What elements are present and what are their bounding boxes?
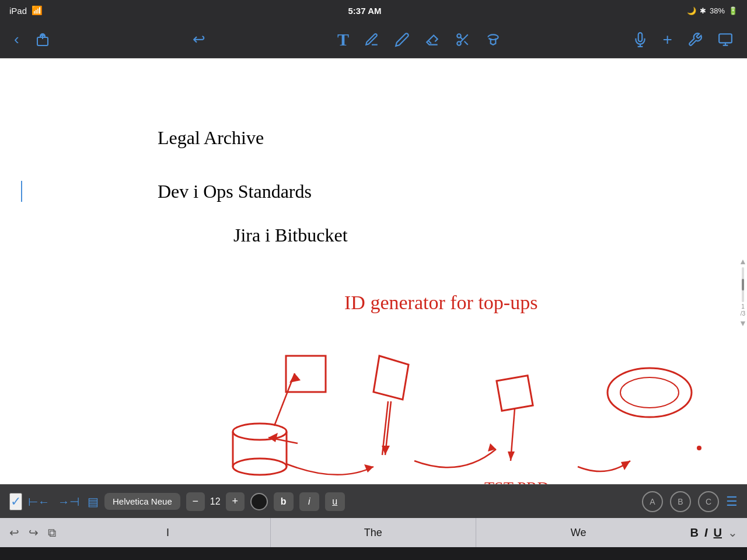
autocomplete-bar: ↩ ↪ ⧉ I The We B I U ⌄: [0, 518, 747, 547]
svg-rect-6: [286, 356, 326, 392]
handwritten-text-3: Jira i Bitbucket: [233, 225, 348, 246]
italic-button[interactable]: i: [299, 492, 319, 511]
font-size-decrease[interactable]: −: [186, 492, 205, 511]
list-icon: ☰: [726, 494, 738, 509]
handwritten-text-1: Legal Archive: [158, 127, 264, 149]
svg-marker-13: [268, 433, 278, 442]
circle-c-button[interactable]: C: [698, 491, 719, 512]
format-bar: ✓ ⊢← →⊣ ▤ Helvetica Neue − 12 + b i u A …: [0, 484, 747, 518]
font-size-group: − 12 +: [186, 492, 245, 511]
display-button[interactable]: [715, 30, 735, 50]
autocomplete-actions: ↩ ↪ ⧉: [0, 526, 65, 540]
undo-action-button[interactable]: ↩: [9, 526, 19, 540]
scissors-tool-button[interactable]: [453, 30, 473, 50]
share-button[interactable]: [33, 30, 52, 49]
svg-rect-7: [497, 376, 533, 411]
italic-format-button[interactable]: I: [704, 526, 708, 540]
font-selector[interactable]: Helvetica Neue: [104, 493, 180, 510]
svg-marker-15: [382, 446, 390, 455]
mic-button[interactable]: [630, 30, 650, 50]
svg-rect-5: [719, 34, 732, 43]
svg-point-2: [457, 41, 461, 46]
device-label: iPad: [9, 6, 27, 16]
font-size-increase[interactable]: +: [226, 492, 245, 511]
add-button[interactable]: +: [661, 28, 675, 51]
redo-action-button[interactable]: ↪: [29, 526, 39, 540]
status-bar: iPad 📶 5:37 AM 🌙 ✱ 38% 🔋: [0, 0, 747, 21]
autocomplete-formatting: B I U ⌄: [681, 526, 747, 540]
scroll-page-indicator: 1/3: [741, 303, 745, 317]
underline-format-button[interactable]: U: [714, 526, 722, 540]
scroll-up-arrow[interactable]: ▲: [739, 257, 747, 266]
svg-point-11: [233, 459, 287, 475]
toolbar: ‹ ↩ T: [0, 21, 747, 58]
undo-button[interactable]: ↩: [190, 28, 208, 51]
scroll-down-arrow[interactable]: ▼: [739, 318, 747, 328]
autocomplete-word-2[interactable]: The: [271, 518, 476, 547]
back-button[interactable]: ‹: [12, 28, 22, 51]
moon-icon: 🌙: [687, 6, 696, 15]
handwritten-text-4: ID generator for top-ups: [344, 292, 537, 314]
circle-b-button[interactable]: B: [670, 491, 691, 512]
color-picker[interactable]: [250, 493, 268, 510]
svg-point-1: [457, 34, 461, 38]
svg-point-19: [697, 446, 701, 450]
scroll-indicator[interactable]: ▲ 1/3 ▼: [739, 257, 747, 328]
svg-marker-16: [488, 443, 496, 452]
svg-point-8: [608, 368, 692, 417]
handwritten-text-2: Dev i Ops Standards: [158, 181, 312, 202]
status-left: iPad 📶: [9, 5, 43, 16]
nav-forward-button[interactable]: →⊣: [58, 495, 79, 509]
drawings-overlay: [0, 58, 747, 484]
svg-marker-12: [289, 373, 301, 383]
pen-tool-button[interactable]: [362, 30, 382, 50]
eraser-tool-button[interactable]: [423, 30, 442, 50]
bold-button[interactable]: b: [274, 492, 294, 511]
bluetooth-icon: ✱: [700, 6, 706, 15]
time-display: 5:37 AM: [348, 6, 382, 16]
autocomplete-word-1[interactable]: I: [65, 518, 271, 547]
underline-button[interactable]: u: [325, 492, 345, 511]
scroll-track[interactable]: [742, 267, 744, 302]
keyboard-expand-button[interactable]: ⌄: [728, 526, 738, 540]
svg-marker-14: [364, 464, 374, 473]
wifi-icon: 📶: [32, 5, 43, 16]
autocomplete-word-3[interactable]: We: [476, 518, 681, 547]
bold-format-button[interactable]: B: [690, 526, 699, 540]
text-cursor: [21, 181, 22, 202]
copy-action-button[interactable]: ⧉: [48, 526, 56, 540]
nav-list-button[interactable]: ▤: [88, 495, 99, 509]
scroll-thumb[interactable]: [742, 279, 744, 290]
pencil-tool-button[interactable]: [392, 30, 412, 50]
status-right: 🌙 ✱ 38% 🔋: [687, 6, 738, 15]
nav-group: ⊢← →⊣ ▤: [28, 495, 99, 509]
circle-a-button[interactable]: A: [642, 491, 663, 512]
confirm-button[interactable]: ✓: [9, 493, 22, 510]
svg-marker-18: [621, 461, 630, 470]
autocomplete-words: I The We: [65, 518, 681, 547]
svg-point-9: [620, 377, 679, 408]
canvas-area[interactable]: Legal Archive Dev i Ops Standards Jira i…: [0, 58, 747, 484]
battery-icon: 🔋: [728, 6, 738, 15]
text-tool-button[interactable]: T: [335, 27, 351, 52]
lasso-tool-button[interactable]: [483, 30, 503, 50]
wrench-button[interactable]: [685, 30, 705, 50]
nav-back-button[interactable]: ⊢←: [28, 495, 50, 509]
font-size-value: 12: [207, 496, 224, 507]
handwritten-text-7: TST PRD: [484, 478, 549, 484]
svg-marker-17: [508, 452, 515, 461]
battery-label: 38%: [710, 6, 725, 15]
svg-point-10: [233, 424, 287, 440]
